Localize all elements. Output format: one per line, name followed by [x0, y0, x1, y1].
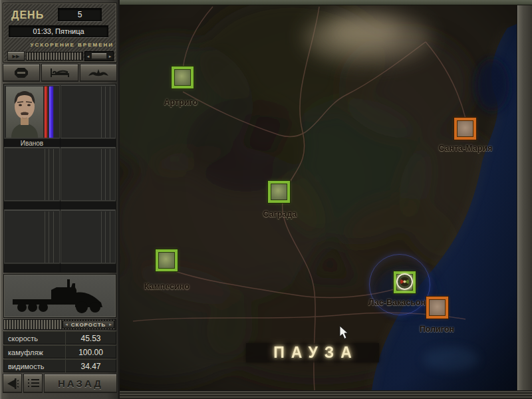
crew-slot-empty [4, 147, 60, 201]
bed-icon [50, 67, 70, 78]
player-vehicle-icon [400, 277, 410, 287]
stat-selector-bar: ◄ СКОРОСТЬ ► [3, 319, 116, 330]
crew-name: Иванов [4, 138, 60, 147]
map-label: Полигон [404, 325, 470, 334]
time-accel-controls: ▶▶ ◄ ► [7, 51, 114, 62]
stat-selector-label: СКОРОСТЬ [71, 322, 106, 328]
crew-portrait [6, 86, 43, 138]
stat-row-visibility: видимость 34.47 [3, 359, 116, 372]
map-marker-artrigo[interactable] [172, 66, 194, 88]
scroll-right-icon[interactable]: ► [107, 52, 113, 61]
time-accel-thumb[interactable] [91, 53, 107, 60]
stop-button[interactable] [3, 64, 40, 82]
map-frame-top [120, 0, 532, 5]
map-label: Артриго [148, 98, 214, 107]
time-accel-label: УСКОРЕНИЕ ВРЕМЕНИ [3, 42, 114, 48]
stop-icon [13, 67, 29, 78]
time-accel-scrollbar[interactable]: ◄ ► [84, 51, 114, 61]
stat-row-speed: скорость 45.53 [3, 331, 116, 344]
emblem-button[interactable] [80, 64, 117, 82]
day-value: 5 [58, 8, 102, 21]
horn-icon [6, 378, 19, 390]
map-area: Артриго Санта-Мария Саграда Кампесино Ла… [120, 0, 532, 399]
crew-slot-ivanov[interactable] [4, 84, 60, 138]
vehicle-panel [3, 274, 116, 318]
selector-right-icon[interactable]: ► [108, 323, 112, 327]
back-button[interactable]: НАЗАД [44, 374, 117, 393]
scroll-left-icon[interactable]: ◄ [85, 52, 91, 61]
cursor-icon [339, 325, 350, 340]
crew-slot-empty [61, 209, 116, 263]
stat-selector[interactable]: ◄ СКОРОСТЬ ► [63, 321, 114, 329]
crew-name-row-3 [4, 263, 116, 272]
truck-silhouette-icon [10, 277, 110, 315]
map-frame-right [517, 5, 532, 390]
map-label: Санта-Мария [426, 144, 505, 153]
map-label: Кампесино [134, 282, 200, 291]
fast-forward-button[interactable]: ▶▶ [7, 51, 25, 61]
command-button-row [3, 64, 117, 82]
bottom-button-row: НАЗАД [3, 374, 117, 394]
selector-left-icon[interactable]: ◄ [65, 323, 68, 327]
crew-slot-empty [4, 209, 60, 263]
crew-slot-empty [61, 84, 116, 138]
map-frame-bottom [120, 390, 532, 399]
crew-row-1 [4, 84, 116, 138]
crew-name-row-2 [4, 201, 116, 209]
day-panel: ДЕНЬ 5 01:33, Пятница УСКОРЕНИЕ ВРЕМЕНИ … [3, 3, 117, 63]
crew-slot-empty [61, 147, 116, 201]
crew-name-empty [61, 138, 116, 147]
game-screen: ДЕНЬ 5 01:33, Пятница УСКОРЕНИЕ ВРЕМЕНИ … [0, 0, 532, 399]
datetime-text: 01:33, Пятница [33, 27, 84, 35]
map-marker-campesino[interactable] [156, 249, 178, 271]
map-marker-poligon[interactable] [426, 297, 448, 319]
crew-row-2 [4, 147, 116, 201]
crew-row-3 [4, 209, 116, 263]
player-position-icon [396, 273, 413, 290]
list-button[interactable] [23, 374, 43, 393]
crew-name-row-1: Иванов [4, 138, 116, 147]
winged-emblem-icon [88, 67, 109, 78]
vehicle-stats: скорость 45.53 камуфляж 100.00 видимость… [3, 331, 116, 372]
energy-bar [49, 86, 53, 138]
fast-forward-icon: ▶▶ [13, 54, 20, 59]
pause-text: ПАУЗА [267, 344, 358, 362]
sleep-button[interactable] [41, 64, 78, 82]
horn-button[interactable] [3, 374, 22, 393]
pause-banner: ПАУЗА [246, 343, 379, 362]
list-icon [27, 378, 40, 390]
datetime-display: 01:33, Пятница [9, 25, 108, 37]
health-bar [45, 86, 47, 138]
map-marker-santa-maria[interactable] [454, 118, 476, 140]
day-value-text: 5 [78, 10, 82, 19]
stat-row-camouflage: камуфляж 100.00 [3, 345, 116, 358]
time-accel-track[interactable] [26, 52, 83, 61]
sidebar: ДЕНЬ 5 01:33, Пятница УСКОРЕНИЕ ВРЕМЕНИ … [0, 0, 120, 399]
map-label: Саграда [247, 209, 313, 219]
crew-panel: Иванов [3, 84, 116, 273]
day-label: ДЕНЬ [11, 9, 44, 21]
map-marker-sagrada[interactable] [268, 181, 290, 203]
